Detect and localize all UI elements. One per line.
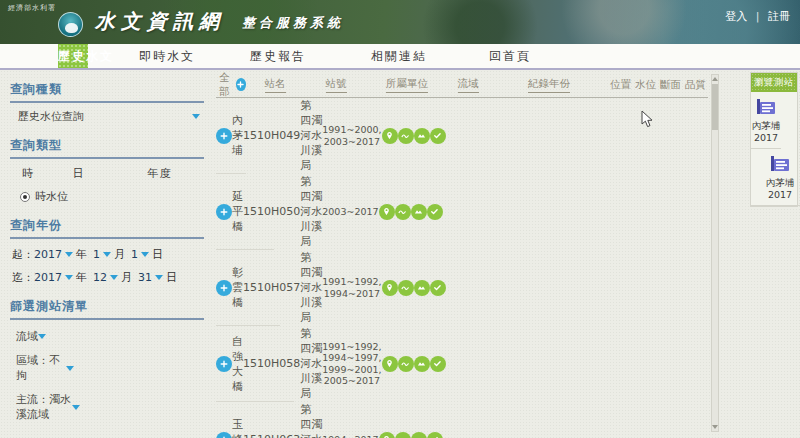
table-column-header-id[interactable]: 站號 bbox=[304, 77, 368, 93]
water-level-icon[interactable] bbox=[398, 128, 414, 144]
nav-tab-history-reports[interactable]: 歷史報告 bbox=[246, 44, 310, 68]
table-column-header-name[interactable]: 站名 bbox=[246, 77, 304, 93]
add-station-icon[interactable] bbox=[216, 204, 232, 220]
site-title[interactable]: 水文資訊網 bbox=[95, 8, 225, 35]
station-row: 玉峰橋 1510H063 第四河川局 濁水溪 1994~2017 bbox=[216, 402, 260, 438]
add-all-icon[interactable] bbox=[236, 78, 246, 91]
mode-tab-year[interactable]: 年度 bbox=[148, 166, 204, 181]
quality-check-icon[interactable] bbox=[427, 204, 443, 220]
register-link[interactable]: 註冊 bbox=[768, 10, 790, 23]
query-category-value: 歷史水位查詢 bbox=[18, 109, 84, 124]
table-column-header-unit[interactable]: 所屬單位 bbox=[368, 77, 446, 93]
add-station-icon[interactable] bbox=[216, 356, 232, 372]
radio-hourly-water-level[interactable]: 時水位 bbox=[20, 189, 204, 204]
station-name: 玉峰橋 bbox=[232, 417, 243, 438]
location-pin-icon[interactable] bbox=[382, 128, 398, 144]
day-unit: 日 bbox=[166, 270, 177, 285]
station-name: 彰雲橋 bbox=[232, 265, 243, 310]
water-level-cell bbox=[398, 128, 414, 144]
water-level-icon[interactable] bbox=[395, 432, 411, 438]
water-level-icon[interactable] bbox=[398, 280, 414, 296]
add-station-icon[interactable] bbox=[216, 280, 232, 296]
quality-check-icon[interactable] bbox=[430, 128, 446, 144]
browse-panel-title: 瀏覽測站 bbox=[751, 73, 797, 92]
year-select[interactable]: 2017 bbox=[34, 248, 62, 261]
location-pin-icon[interactable] bbox=[379, 204, 395, 220]
scroll-up-icon[interactable] bbox=[712, 77, 718, 81]
filter-dropdown-basin[interactable]: 流域 bbox=[16, 329, 46, 344]
table-scrollbar[interactable] bbox=[711, 74, 719, 432]
browse-station-year: 2017 bbox=[751, 132, 781, 144]
cross-section-icon[interactable] bbox=[414, 280, 430, 296]
station-row: 延平橋 1510H050 第四河川局 濁水溪 2003~2017 bbox=[216, 174, 274, 250]
station-unit: 第四河川局 bbox=[300, 174, 311, 249]
table-column-header-level: 水位 bbox=[633, 78, 658, 92]
nav-tab-history-hydrology[interactable]: 歷史水文 bbox=[58, 44, 88, 68]
filter-dropdown-mainstream[interactable]: 主流：濁水溪流域 bbox=[16, 392, 80, 422]
scroll-down-icon[interactable] bbox=[712, 425, 718, 429]
date-row-from: 起： 2017 年 1 月 1 日 bbox=[12, 247, 42, 262]
filter-dropdown-region[interactable]: 區域：不拘 bbox=[16, 353, 74, 383]
month-select[interactable]: 1 bbox=[93, 248, 100, 261]
chevron-down-icon[interactable] bbox=[103, 252, 111, 257]
scrollbar-thumb[interactable] bbox=[712, 84, 718, 130]
query-category-dropdown[interactable]: 歷史水位查詢 bbox=[18, 109, 200, 124]
cross-section-icon[interactable] bbox=[414, 356, 430, 372]
query-sidebar: 查詢種類 歷史水位查詢 查詢類型 時 日 年度 時水位 查詢年份 起： 2017… bbox=[0, 70, 214, 438]
page: 經濟部水利署 水文資訊網 整合服務系統 登入 | 註冊 歷史水文 即時水文 歷史… bbox=[0, 0, 800, 438]
cross-section-icon[interactable] bbox=[411, 204, 427, 220]
table-column-header-location: 位置 bbox=[608, 78, 633, 92]
browse-station-item[interactable]: 內茅埔 2017 bbox=[751, 149, 800, 206]
chevron-down-icon[interactable] bbox=[110, 275, 118, 280]
nav-tab-realtime-hydrology[interactable]: 即時水文 bbox=[138, 44, 196, 68]
cross-section-icon[interactable] bbox=[411, 432, 427, 438]
location-pin-icon[interactable] bbox=[382, 280, 398, 296]
table-column-header-years[interactable]: 紀錄年份 bbox=[490, 77, 608, 93]
location-pin-icon[interactable] bbox=[379, 432, 395, 438]
location-cell bbox=[379, 204, 395, 220]
month-unit: 月 bbox=[121, 270, 132, 285]
add-station-icon[interactable] bbox=[216, 128, 232, 144]
cross-section-icon[interactable] bbox=[414, 128, 430, 144]
quality-check-icon[interactable] bbox=[430, 280, 446, 296]
radio-label: 時水位 bbox=[35, 189, 68, 204]
station-filter-dropdowns: 流域 區域：不拘 主流：濁水溪流域 bbox=[10, 329, 204, 422]
nav-tab-home[interactable]: 回首頁 bbox=[488, 44, 532, 68]
main-nav: 歷史水文 即時水文 歷史報告 相關連結 回首頁 bbox=[0, 44, 800, 70]
chevron-down-icon[interactable] bbox=[141, 252, 149, 257]
section-title-query-type: 查詢類型 bbox=[10, 132, 204, 159]
month-select[interactable]: 12 bbox=[93, 271, 107, 284]
login-link[interactable]: 登入 bbox=[725, 10, 747, 23]
table-column-header-quality: 品質 bbox=[683, 78, 708, 92]
day-select[interactable]: 31 bbox=[138, 271, 152, 284]
section-title-query-category: 查詢種類 bbox=[10, 76, 204, 103]
add-station-cell bbox=[216, 280, 232, 296]
chevron-down-icon[interactable] bbox=[65, 252, 73, 257]
chevron-down-icon[interactable] bbox=[65, 275, 73, 280]
table-column-header-all[interactable]: 全部 bbox=[216, 72, 246, 99]
nav-tab-related-links[interactable]: 相關連結 bbox=[360, 44, 438, 68]
water-level-icon[interactable] bbox=[395, 204, 411, 220]
filter-dropdown-label: 流域 bbox=[16, 329, 38, 344]
browse-station-item[interactable]: 內茅埔 2017 bbox=[751, 92, 781, 149]
auth-divider: | bbox=[756, 10, 760, 23]
mode-tab-day[interactable]: 日 bbox=[72, 166, 123, 181]
browse-station-name: 內茅埔 bbox=[751, 120, 781, 132]
year-select[interactable]: 2017 bbox=[34, 271, 62, 284]
station-basin: 濁水溪 bbox=[311, 341, 322, 386]
day-select[interactable]: 1 bbox=[131, 248, 138, 261]
quality-check-icon[interactable] bbox=[430, 356, 446, 372]
water-level-icon[interactable] bbox=[398, 356, 414, 372]
table-column-header-basin[interactable]: 流域 bbox=[446, 77, 490, 93]
browse-station-year: 2017 bbox=[751, 189, 800, 201]
add-station-icon[interactable] bbox=[216, 432, 232, 438]
chevron-down-icon[interactable] bbox=[155, 275, 163, 280]
water-level-cell bbox=[398, 356, 414, 372]
quality-check-icon[interactable] bbox=[427, 432, 443, 438]
location-pin-icon[interactable] bbox=[382, 356, 398, 372]
station-name: 內茅埔 bbox=[232, 113, 243, 158]
year-unit: 年 bbox=[76, 270, 87, 285]
site-banner: 經濟部水利署 水文資訊網 整合服務系統 登入 | 註冊 bbox=[0, 0, 800, 44]
mode-tab-hour[interactable]: 時 bbox=[22, 166, 48, 181]
quality-cell bbox=[427, 204, 443, 220]
